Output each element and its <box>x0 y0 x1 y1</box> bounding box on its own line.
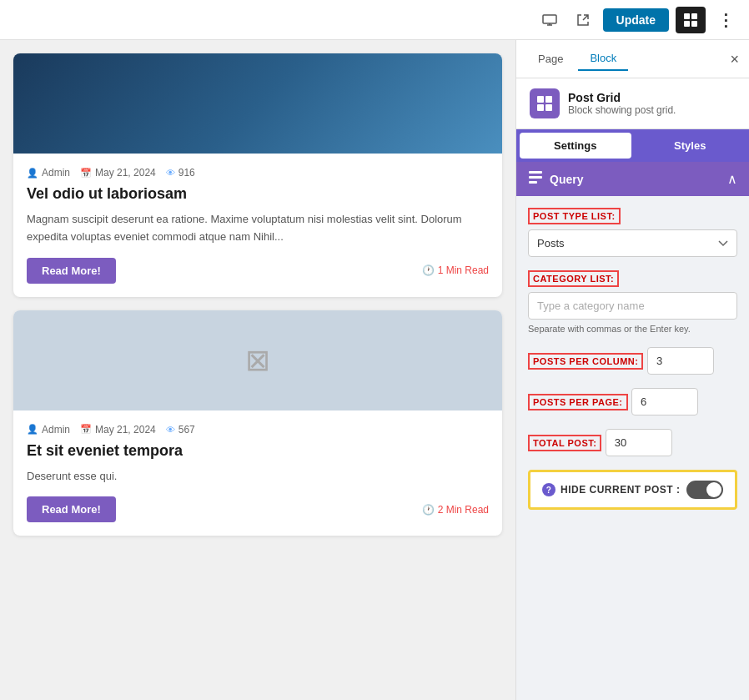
svg-rect-4 <box>691 21 697 27</box>
post-card-body: 👤 Admin 📅 May 21, 2024 👁 916 Vel odio ut… <box>13 154 502 297</box>
hide-current-post-row: ? HIDE CURRENT POST : <box>528 470 737 510</box>
posts-per-page-label: POSTS PER PAGE: <box>528 394 628 410</box>
category-label: CATEGORY LIST: <box>528 270 619 287</box>
tab-group: Page Block <box>526 47 628 71</box>
total-post-label: TOTAL POST: <box>528 435 601 451</box>
post-excerpt: Magnam suscipit deserunt ea ratione. Max… <box>27 211 489 246</box>
svg-rect-7 <box>537 104 544 111</box>
read-time: 🕐 2 Min Read <box>422 504 489 516</box>
posts-per-column-input[interactable] <box>647 347 714 375</box>
svg-rect-1 <box>684 13 690 19</box>
block-icon <box>530 88 560 118</box>
posts-per-column-label: POSTS PER COLUMN: <box>528 353 643 370</box>
eye-icon: 👁 <box>166 425 175 435</box>
settings-style-tabs: Settings Styles <box>516 129 749 162</box>
post-type-field-group: POST TYPE LIST: Posts Pages <box>528 208 737 257</box>
tab-styles[interactable]: Styles <box>635 133 746 159</box>
tab-settings[interactable]: Settings <box>520 133 631 159</box>
read-more-button[interactable]: Read More! <box>27 496 116 522</box>
meta-views: 👁 567 <box>166 424 195 436</box>
block-view-button[interactable] <box>676 7 706 33</box>
svg-rect-6 <box>545 96 552 103</box>
category-hint: Separate with commas or the Enter key. <box>528 324 737 334</box>
close-panel-button[interactable]: × <box>730 52 739 67</box>
post-date: May 21, 2024 <box>95 167 156 179</box>
block-info: Post Grid Block showing post grid. <box>516 78 749 129</box>
help-icon: ? <box>542 483 555 496</box>
query-label: Query <box>550 173 583 186</box>
tab-block[interactable]: Block <box>578 47 628 71</box>
query-icon <box>528 170 543 188</box>
post-footer: Read More! 🕐 1 Min Read <box>27 258 489 284</box>
chevron-up-icon: ∧ <box>727 171 737 187</box>
read-time: 🕐 1 Min Read <box>422 264 489 276</box>
hide-current-post-toggle[interactable] <box>686 481 723 499</box>
view-count: 916 <box>178 167 195 179</box>
main-layout: 👤 Admin 📅 May 21, 2024 👁 916 Vel odio ut… <box>0 40 749 700</box>
total-post-input[interactable] <box>606 429 672 456</box>
post-meta: 👤 Admin 📅 May 21, 2024 👁 916 <box>27 167 489 179</box>
author-name: Admin <box>42 424 70 436</box>
content-area: 👤 Admin 📅 May 21, 2024 👁 916 Vel odio ut… <box>0 40 515 700</box>
meta-views: 👁 916 <box>166 167 195 179</box>
meta-author: 👤 Admin <box>27 424 70 436</box>
user-icon: 👤 <box>27 424 38 435</box>
eye-icon: 👁 <box>166 168 175 178</box>
post-type-select[interactable]: Posts Pages <box>528 229 737 257</box>
posts-per-page-input[interactable] <box>631 388 698 415</box>
block-description: Block showing post grid. <box>568 104 676 116</box>
post-card: 👤 Admin 📅 May 21, 2024 👁 916 Vel odio ut… <box>13 53 502 297</box>
category-input[interactable] <box>528 292 737 320</box>
post-card-image-placeholder: ⊠ <box>13 310 502 410</box>
block-info-text: Post Grid Block showing post grid. <box>568 91 676 116</box>
more-options-icon-button[interactable]: ⋮ <box>712 7 739 33</box>
clock-icon: 🕐 <box>422 264 435 276</box>
top-toolbar: Update ⋮ <box>0 0 749 40</box>
post-footer: Read More! 🕐 2 Min Read <box>27 496 489 522</box>
svg-rect-9 <box>529 171 542 174</box>
settings-content: POST TYPE LIST: Posts Pages CATEGORY LIS… <box>516 196 749 700</box>
tab-page[interactable]: Page <box>526 47 575 71</box>
clock-icon: 🕐 <box>422 504 435 516</box>
svg-rect-11 <box>529 181 537 184</box>
post-card-image <box>13 53 502 154</box>
query-title: Query <box>528 170 583 188</box>
svg-rect-3 <box>684 21 690 27</box>
read-more-button[interactable]: Read More! <box>27 258 116 284</box>
svg-rect-0 <box>543 15 556 23</box>
calendar-icon: 📅 <box>80 424 92 435</box>
post-excerpt: Deserunt esse qui. <box>27 468 489 486</box>
toggle-knob <box>706 482 721 497</box>
hide-current-post-label: HIDE CURRENT POST : <box>560 484 681 496</box>
meta-author: 👤 Admin <box>27 167 70 179</box>
block-name: Post Grid <box>568 91 676 104</box>
view-count: 567 <box>178 424 195 436</box>
posts-per-page-field-group: POSTS PER PAGE: <box>528 388 737 415</box>
meta-date: 📅 May 21, 2024 <box>80 424 156 436</box>
query-section[interactable]: Query ∧ <box>516 162 749 196</box>
calendar-icon: 📅 <box>80 168 92 179</box>
posts-per-column-field-group: POSTS PER COLUMN: <box>528 347 737 375</box>
meta-date: 📅 May 21, 2024 <box>80 167 156 179</box>
total-post-field-group: TOTAL POST: <box>528 429 737 456</box>
monitor-icon-button[interactable] <box>536 7 563 33</box>
svg-rect-2 <box>691 13 697 19</box>
svg-rect-5 <box>537 96 544 103</box>
category-field-group: CATEGORY LIST: Separate with commas or t… <box>528 270 737 334</box>
post-title: Et sit eveniet tempora <box>27 442 489 460</box>
post-meta: 👤 Admin 📅 May 21, 2024 👁 567 <box>27 424 489 436</box>
post-date: May 21, 2024 <box>95 424 156 436</box>
svg-rect-10 <box>529 176 542 179</box>
sidebar-panel: Page Block × Post Grid Block showing pos… <box>515 40 749 700</box>
external-link-icon-button[interactable] <box>570 7 596 33</box>
post-title: Vel odio ut laboriosam <box>27 185 489 203</box>
post-card: ⊠ 👤 Admin 📅 May 21, 2024 👁 567 <box>13 310 502 536</box>
user-icon: 👤 <box>27 168 38 179</box>
post-card-body: 👤 Admin 📅 May 21, 2024 👁 567 Et sit even… <box>13 410 502 536</box>
post-type-label: POST TYPE LIST: <box>528 208 621 224</box>
update-button[interactable]: Update <box>603 8 669 32</box>
panel-tabs: Page Block × <box>516 40 749 78</box>
author-name: Admin <box>42 167 70 179</box>
svg-rect-8 <box>545 104 552 111</box>
hide-current-post-label-group: ? HIDE CURRENT POST : <box>542 483 681 496</box>
